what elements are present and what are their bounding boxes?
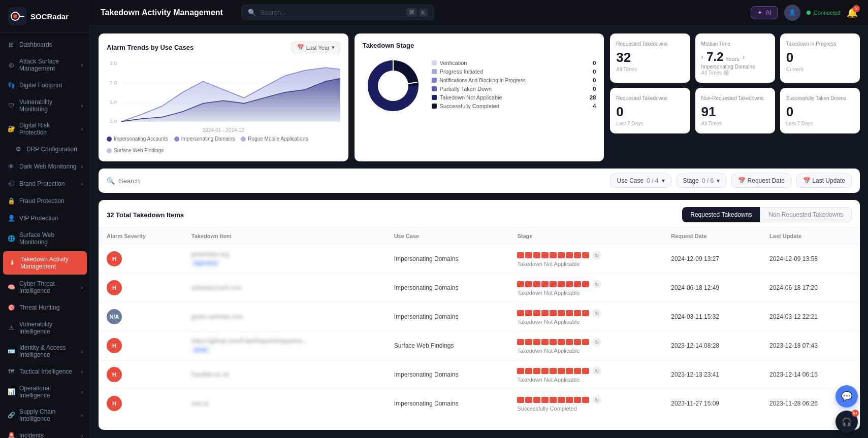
item-url: greentabs.org xyxy=(191,251,378,258)
chevron-icon: › xyxy=(81,285,83,290)
request-date-filter[interactable]: 📅 Request Date xyxy=(731,174,791,188)
search-bar[interactable]: 🔍 ⌘ K xyxy=(241,5,434,20)
chart-date: 2024-01 - 2024-12 xyxy=(107,127,340,133)
stage-pill xyxy=(550,368,557,374)
page-title: Takedown Activity Management xyxy=(101,8,223,17)
tactical-icon: 🗺 xyxy=(7,367,15,376)
stage-pill xyxy=(566,339,573,345)
stage-pill xyxy=(550,397,557,403)
metric-sub: Last 7 Days xyxy=(786,121,854,126)
takedown-item: greentabs.org login-form xyxy=(191,251,378,267)
sidebar-item-label: VIP Protection xyxy=(19,215,58,222)
filter-button[interactable]: 📅 Last Year ▾ xyxy=(292,42,340,53)
sidebar-item-surface-web[interactable]: 🌐 Surface Web Monitoring xyxy=(0,227,90,250)
sidebar-item-drp-config[interactable]: ⚙ DRP Configuration xyxy=(0,141,90,158)
stage-pill xyxy=(517,339,524,345)
legend-dot xyxy=(432,95,437,100)
logo-text: SOCRadar xyxy=(30,12,69,21)
use-case-filter[interactable]: Use Case 0 / 4 ▾ xyxy=(610,174,671,188)
search-input[interactable] xyxy=(260,9,402,16)
table-row: N/A green-animals.com Impersonating Doma… xyxy=(99,302,860,331)
requested-takedowns-tab[interactable]: Requested Takedowns xyxy=(682,207,760,222)
cell-last-update: 2024-12-09 13:58 xyxy=(761,245,860,274)
non-requested-takedowns-tab[interactable]: Non Requested Takedowns xyxy=(760,207,852,222)
stage-pill xyxy=(582,339,589,345)
sidebar-item-label: Identity & Access Intelligence xyxy=(19,344,77,358)
sidebar-item-fraud-protection[interactable]: 🔒 Fraud Protection xyxy=(0,192,90,210)
legend-item-surface-web: Surface Web Findings xyxy=(107,148,164,153)
chat-icon: 💬 xyxy=(841,391,852,402)
stage-pill xyxy=(582,252,589,258)
col-last-update: Last Update xyxy=(761,228,860,245)
severity-badge: N/A xyxy=(107,309,122,324)
sidebar-item-threat-hunting[interactable]: 🎯 Threat Hunting xyxy=(0,299,90,316)
legend-item-verification: Verification 0 xyxy=(432,60,596,66)
legend-item-impersonating-accounts: Impersonating Accounts xyxy=(107,136,168,142)
cell-stage: ↻ Takedown Not Applicable xyxy=(509,302,663,331)
support-fab[interactable]: 🎧 9+ xyxy=(835,411,858,433)
shortcut-cmd: ⌘ xyxy=(406,8,417,17)
median-time-value: 7.2 xyxy=(706,50,723,63)
chart-area: 3.0 2.0 1.0 0.0 xyxy=(107,59,340,125)
sidebar-item-digital-risk-protection[interactable]: 🔐 Digital Risk Protection › xyxy=(0,117,90,141)
sidebar-item-attack-surface[interactable]: ◎ Attack Surface Management › xyxy=(0,53,90,77)
metric-label: Successfully Taken Downs xyxy=(786,95,854,102)
stage-pill xyxy=(517,281,524,287)
table-search[interactable]: 🔍 xyxy=(107,177,605,185)
svg-text:3.0: 3.0 xyxy=(110,60,117,66)
sidebar-item-tactical-intel[interactable]: 🗺 Tactical Intelligence › xyxy=(0,363,90,380)
sidebar-item-operational-intel[interactable]: 📊 Operational Intelligence › xyxy=(0,380,90,403)
sidebar-item-dashboards[interactable]: ⊞ Dashboards xyxy=(0,36,90,53)
chevron-icon: › xyxy=(81,349,83,354)
sidebar-item-label: Attack Surface Management xyxy=(19,58,77,72)
stage-pills: ↻ xyxy=(517,366,655,376)
sidebar-item-identity-access[interactable]: 🪪 Identity & Access Intelligence › xyxy=(0,340,90,363)
nav-prev-button[interactable]: ‹ xyxy=(701,53,704,61)
notification-button[interactable]: 🔔 9 xyxy=(847,7,858,18)
stage-refresh-button[interactable]: ↻ xyxy=(592,338,601,347)
legend-item-takedown-na: Takedown Not Applicable 28 xyxy=(432,94,596,100)
sidebar-item-cyber-threat[interactable]: 🧠 Cyber Threat Intelligence › xyxy=(0,276,90,299)
chevron-icon: › xyxy=(81,181,83,187)
stage-refresh-button[interactable]: ↻ xyxy=(592,366,601,376)
table-head: Alarm Severity Takedown Item Use Case St… xyxy=(99,228,860,245)
main-content: Takedown Activity Management 🔍 ⌘ K ✦ AI … xyxy=(90,0,868,438)
col-stage: Stage xyxy=(509,228,663,245)
sidebar-item-dark-web[interactable]: 👁 Dark Web Monitoring › xyxy=(0,158,90,175)
sidebar-item-label: Dark Web Monitoring xyxy=(19,163,77,170)
ai-button[interactable]: ✦ AI xyxy=(751,6,778,19)
sidebar-item-vulnerability-monitoring[interactable]: 🛡 Vulnerability Monitoring › xyxy=(0,94,90,117)
metrics-top-row: Requested Takedowns 32 All Times Median … xyxy=(610,33,860,83)
stage-text: Takedown Not Applicable xyxy=(517,319,655,325)
chat-fab[interactable]: 💬 xyxy=(835,385,858,408)
last-update-filter[interactable]: 📅 Last Update xyxy=(796,174,852,188)
sidebar-item-supply-chain[interactable]: 🔗 Supply Chain Intelligence › xyxy=(0,403,90,427)
status-dot xyxy=(807,11,811,15)
avatar[interactable]: 👤 xyxy=(784,5,800,21)
stage-pill xyxy=(525,252,532,258)
legend-label: Rogue Mobile Applications xyxy=(248,136,308,142)
cell-stage: ↻ Takedown Not Applicable xyxy=(509,274,663,302)
sidebar-item-digital-footprint[interactable]: 👣 Digital Footprint xyxy=(0,77,90,94)
sidebar-item-takedown[interactable]: ⬇ Takedown Activity Management xyxy=(3,251,87,275)
stage-refresh-button[interactable]: ↻ xyxy=(592,280,601,289)
stage-refresh-button[interactable]: ↻ xyxy=(592,251,601,260)
sidebar-item-vuln-intel[interactable]: ⚠ Vulnerability Intelligence xyxy=(0,316,90,340)
chevron-icon: › xyxy=(81,164,83,170)
stage-pills: ↻ xyxy=(517,280,655,289)
logo: SOCRadar xyxy=(0,0,90,33)
sidebar-item-brand-protection[interactable]: 🏷 Brand Protection › xyxy=(0,175,90,192)
stage-filter[interactable]: Stage 0 / 6 ▾ xyxy=(677,174,727,188)
table-search-input[interactable] xyxy=(119,177,605,185)
sidebar-item-vip-protection[interactable]: 👤 VIP Protection xyxy=(0,210,90,227)
sidebar-item-incidents[interactable]: 🚨 Incidents › xyxy=(0,427,90,438)
legend-value: 0 xyxy=(593,60,596,66)
stage-refresh-button[interactable]: ↻ xyxy=(592,309,601,318)
header-right: ✦ AI 👤 Connected 🔔 9 xyxy=(751,5,858,21)
nav-next-button[interactable]: › xyxy=(743,53,745,61)
stage-pill xyxy=(517,310,524,316)
sidebar-item-label: Dashboards xyxy=(19,41,52,48)
metric-sub: All Times xyxy=(616,66,684,72)
stage-pill xyxy=(582,368,589,374)
stage-refresh-button[interactable]: ↻ xyxy=(592,395,601,405)
